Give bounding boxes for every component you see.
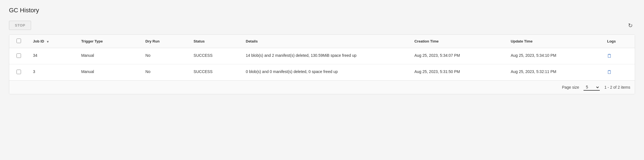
page-title: GC History	[9, 7, 635, 14]
row-trigger-type: Manual	[77, 64, 141, 81]
table-row: 34 Manual No SUCCESS 14 blob(s) and 2 ma…	[9, 48, 635, 64]
log-icon[interactable]: 🗒	[607, 53, 612, 59]
row-details: 0 blob(s) and 0 manifest(s) deleted, 0 s…	[241, 64, 410, 81]
row-creation-time: Aug 25, 2023, 5:31:50 PM	[410, 64, 506, 81]
row-checkbox[interactable]	[17, 53, 21, 58]
page-size-select[interactable]: 5102550	[584, 84, 600, 91]
header-logs: Logs	[603, 35, 635, 48]
gc-history-table: Job ID ▼ Trigger Type Dry Run Status Det…	[9, 34, 635, 94]
row-checkbox-cell	[9, 64, 29, 81]
row-checkbox-cell	[9, 48, 29, 64]
header-status: Status	[189, 35, 241, 48]
header-details: Details	[241, 35, 410, 48]
row-status: SUCCESS	[189, 48, 241, 64]
toolbar: STOP ↻	[9, 21, 635, 30]
page-size-label: Page size	[562, 85, 579, 90]
filter-icon[interactable]: ▼	[46, 40, 49, 43]
table-header-row: Job ID ▼ Trigger Type Dry Run Status Det…	[9, 35, 635, 48]
header-update-time: Update Time	[506, 35, 603, 48]
header-creation-time: Creation Time	[410, 35, 506, 48]
row-status: SUCCESS	[189, 64, 241, 81]
select-all-checkbox[interactable]	[17, 39, 21, 43]
header-trigger-type: Trigger Type	[77, 35, 141, 48]
items-count: 1 - 2 of 2 items	[604, 85, 630, 90]
header-job-id: Job ID ▼	[29, 35, 77, 48]
log-icon[interactable]: 🗒	[607, 69, 612, 75]
row-update-time: Aug 25, 2023, 5:32:11 PM	[506, 64, 603, 81]
row-update-time: Aug 25, 2023, 5:34:10 PM	[506, 48, 603, 64]
row-creation-time: Aug 25, 2023, 5:34:07 PM	[410, 48, 506, 64]
row-job-id: 3	[29, 64, 77, 81]
row-dry-run: No	[141, 64, 189, 81]
stop-button[interactable]: STOP	[9, 21, 31, 30]
refresh-button[interactable]: ↻	[626, 21, 635, 30]
row-details: 14 blob(s) and 2 manifest(s) deleted, 13…	[241, 48, 410, 64]
row-trigger-type: Manual	[77, 48, 141, 64]
row-job-id: 34	[29, 48, 77, 64]
row-checkbox[interactable]	[17, 70, 21, 74]
header-dry-run: Dry Run	[141, 35, 189, 48]
table-row: 3 Manual No SUCCESS 0 blob(s) and 0 mani…	[9, 64, 635, 81]
table-footer: Page size 5102550 1 - 2 of 2 items	[9, 80, 635, 94]
row-dry-run: No	[141, 48, 189, 64]
row-logs-cell: 🗒	[603, 48, 635, 64]
row-logs-cell: 🗒	[603, 64, 635, 81]
header-checkbox	[9, 35, 29, 48]
